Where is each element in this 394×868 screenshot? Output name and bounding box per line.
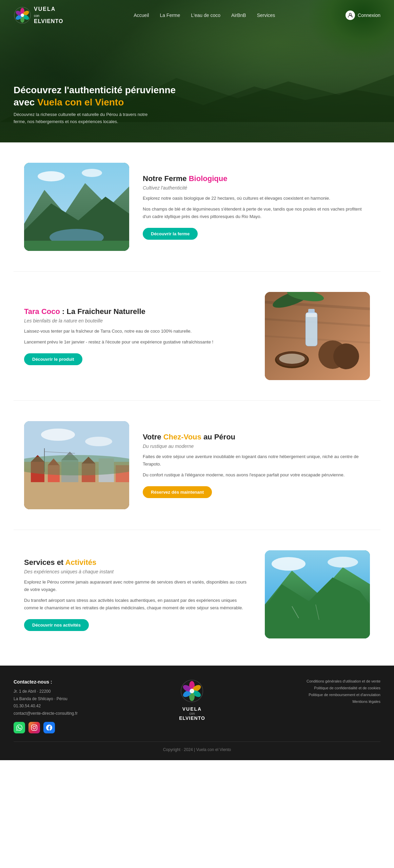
svg-point-16	[38, 171, 65, 181]
svg-point-24	[333, 343, 359, 369]
coco-text1: Laissez-vous tenter par la fraîcheur de …	[24, 328, 251, 335]
footer-contact: Contactez-nous : Jr. 1 de Abril · 22200 …	[14, 679, 78, 733]
footer: Contactez-nous : Jr. 1 de Abril · 22200 …	[0, 666, 394, 760]
nav-services[interactable]: Services	[257, 13, 275, 18]
login-label: Connexion	[358, 13, 380, 18]
airbnb-text2: Du confort rustique à l'élégance moderne…	[143, 471, 370, 479]
whatsapp-button[interactable]	[14, 722, 25, 733]
svg-point-17	[82, 169, 102, 177]
navbar: VUELA con ELVIENTO Accueil La Ferme L'ea…	[0, 0, 394, 31]
svg-rect-27	[306, 312, 317, 346]
coco-text2: Lancement prévu le 1er janvier - restez …	[24, 338, 251, 346]
login-icon	[346, 11, 355, 20]
farm-content: Notre Ferme Biologique Cultivez l'authen…	[11, 146, 383, 268]
farm-section: Notre Ferme Biologique Cultivez l'authen…	[0, 142, 394, 271]
nav-airbnb[interactable]: AirBnB	[231, 13, 246, 18]
nav-coco[interactable]: L'eau de coco	[191, 13, 220, 18]
farm-title: Notre Ferme Biologique	[143, 174, 370, 184]
farm-text1: Explorez notre oasis biologique de 22 he…	[143, 195, 370, 202]
airbnb-cta-button[interactable]: Réservez dès maintenant	[143, 486, 212, 498]
farm-eyebrow: Cultivez l'authenticité	[143, 185, 370, 191]
airbnb-content: Votre Chez-Vous au Pérou Du rustique au …	[11, 404, 383, 526]
svg-point-32	[279, 354, 305, 364]
logo-icon	[14, 6, 31, 24]
svg-rect-29	[306, 313, 317, 317]
footer-address: Jr. 1 de Abril · 22200 La Banda de Shilc…	[14, 688, 78, 717]
hero-content: Découvrez l'authenticité péruvienne avec…	[14, 84, 176, 125]
coco-content: Tara Coco : La Fraicheur Naturelle Les b…	[11, 275, 383, 397]
airbnb-image	[24, 421, 129, 509]
footer-logo-icon	[180, 679, 204, 703]
footer-social	[14, 722, 78, 733]
farm-text2: Nos champs de blé et de légumineuses s'é…	[143, 205, 370, 220]
nav-ferme[interactable]: La Ferme	[160, 13, 180, 18]
login-button[interactable]: Connexion	[346, 11, 380, 20]
footer-link-refund[interactable]: Politique de remboursement et d'annulati…	[307, 693, 380, 697]
footer-logo: VUELA con ELVIENTO	[165, 679, 219, 733]
svg-point-57	[328, 557, 358, 568]
services-text-content: Services et Activités Des expériences un…	[24, 558, 251, 631]
farm-cta-button[interactable]: Découvrir la ferme	[143, 228, 198, 240]
logo[interactable]: VUELA con ELVIENTO	[14, 6, 63, 24]
airbnb-eyebrow: Du rustique au moderne	[143, 443, 370, 449]
airbnb-section: Votre Chez-Vous au Pérou Du rustique au …	[0, 401, 394, 530]
footer-logo-text: VUELA con ELVIENTO	[165, 706, 219, 721]
coco-cta-button[interactable]: Découvrir le produit	[24, 353, 82, 365]
svg-point-50	[24, 455, 129, 475]
services-text1: Explorez le Pérou comme jamais auparavan…	[24, 578, 251, 593]
nav-links: Accueil La Ferme L'eau de coco AirBnB Se…	[134, 12, 275, 18]
svg-rect-15	[24, 241, 129, 251]
services-title: Services et Activités	[24, 558, 251, 568]
svg-point-36	[85, 437, 112, 446]
airbnb-text-content: Votre Chez-Vous au Pérou Du rustique au …	[143, 432, 370, 498]
logo-text: VUELA con ELVIENTO	[34, 6, 63, 24]
footer-link-privacy[interactable]: Politique de confidentialité et de cooki…	[307, 686, 380, 690]
coco-text-content: Tara Coco : La Fraicheur Naturelle Les b…	[24, 307, 251, 365]
footer-inner: Contactez-nous : Jr. 1 de Abril · 22200 …	[14, 679, 380, 733]
services-content: Services et Activités Des expériences un…	[11, 533, 383, 655]
farm-text-content: Notre Ferme Biologique Cultivez l'authen…	[143, 174, 370, 240]
airbnb-title: Votre Chez-Vous au Pérou	[143, 432, 370, 442]
svg-point-67	[190, 689, 194, 693]
services-text2: Du transfert aéroport sans stress aux ac…	[24, 597, 251, 612]
facebook-button[interactable]	[43, 722, 55, 733]
farm-image	[24, 163, 129, 251]
footer-links: Conditions générales d'utilisation et de…	[307, 679, 380, 733]
footer-contact-title: Contactez-nous :	[14, 679, 78, 685]
services-eyebrow: Des expériences uniques à chaque instant	[24, 569, 251, 574]
coco-title: Tara Coco : La Fraicheur Naturelle	[24, 307, 251, 317]
nav-accueil[interactable]: Accueil	[134, 13, 149, 18]
svg-point-56	[272, 557, 306, 571]
svg-point-35	[41, 429, 75, 441]
hero-title: Découvrez l'authenticité péruvienne avec…	[14, 84, 176, 109]
services-section: Services et Activités Des expériences un…	[0, 530, 394, 659]
coco-image	[265, 292, 370, 380]
footer-link-cgu[interactable]: Conditions générales d'utilisation et de…	[307, 679, 380, 683]
coco-eyebrow: Les bienfaits de la nature en bouteille	[24, 318, 251, 323]
hero-subtitle: Découvrez la richesse culturelle et natu…	[14, 111, 156, 125]
services-image	[265, 550, 370, 638]
footer-link-mentions[interactable]: Mentions légales	[307, 699, 380, 704]
svg-point-7	[21, 14, 24, 17]
footer-copyright: Copyright · 2024 | Vuela con el Viento	[14, 742, 380, 752]
instagram-button[interactable]	[28, 722, 40, 733]
coco-section: Tara Coco : La Fraicheur Naturelle Les b…	[0, 272, 394, 400]
svg-point-8	[349, 13, 351, 15]
airbnb-text1: Faites de votre séjour une aventure inou…	[143, 453, 370, 468]
services-cta-button[interactable]: Découvrir nos activités	[24, 619, 89, 631]
